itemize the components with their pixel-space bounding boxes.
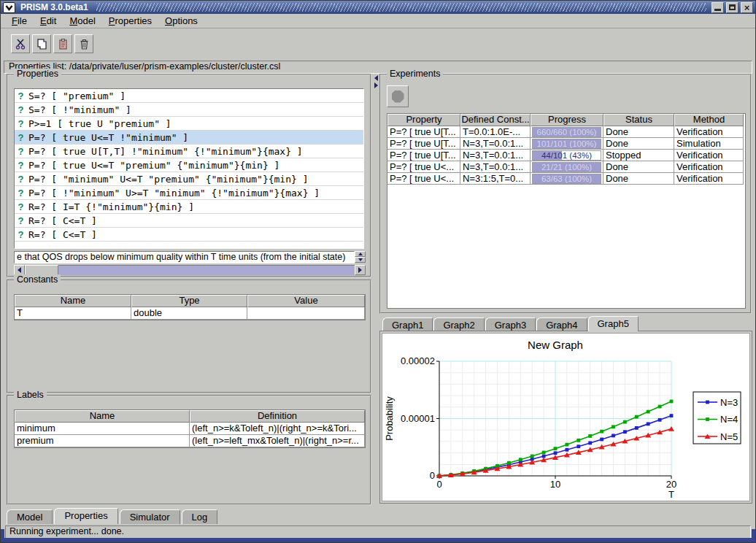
window-title: PRISM 3.0.beta1 — [18, 2, 91, 12]
labels-cell: premium — [15, 435, 190, 447]
menu-file[interactable]: File — [5, 15, 34, 27]
experiment-status-cell: Stopped — [603, 150, 674, 161]
menu-properties[interactable]: Properties — [102, 15, 158, 27]
window-corner-left[interactable] — [1, 529, 4, 542]
property-question-icon: ? — [17, 201, 25, 212]
experiments-group-title: Experiments — [387, 69, 443, 79]
tab-properties[interactable]: Properties — [54, 508, 117, 524]
property-row[interactable]: ?P=? [ !"minimum" U>=T "minimum" {!"mini… — [15, 186, 363, 200]
labels-row[interactable]: minimum(left_n>=k&Toleft_n)|(right_n>=k&… — [15, 423, 365, 435]
stop-experiment-button[interactable] — [387, 85, 409, 107]
properties-list-path: Properties list: /data/private/luser/pri… — [4, 61, 752, 74]
properties-group-title: Properties — [14, 69, 61, 79]
experiments-header-cell[interactable]: Defined Const... — [460, 114, 531, 126]
experiment-constants-cell: N=3,T=0.0:1... — [460, 161, 531, 173]
spinner-up-button[interactable] — [355, 251, 366, 257]
labels-cell: (left_n>=k&Toleft_n)|(right_n>=k&Tori... — [190, 423, 365, 435]
labels-header-cell[interactable]: Name — [15, 410, 190, 423]
progress-label: 63/63 (100%) — [533, 174, 601, 183]
experiment-row[interactable]: P=? [ true U[T...T=0.0:1.0E-...660/660 (… — [387, 126, 745, 138]
property-question-icon: ? — [17, 118, 25, 129]
minimize-icon — [714, 9, 721, 11]
labels-header-cell[interactable]: Definition — [190, 410, 365, 423]
experiment-row[interactable]: P=? [ true U[T...N=3,T=0.0:1...101/101 (… — [387, 138, 745, 150]
experiment-method-cell: Verification — [674, 150, 744, 161]
marker-N=4 — [588, 434, 592, 438]
tab-graph2[interactable]: Graph2 — [433, 317, 484, 331]
property-formula: R=? [ I=T {!"minimum"}{min} ] — [28, 201, 194, 212]
experiment-row[interactable]: P=? [ true U[T...N=3,T=0.0:1...44/101 (4… — [387, 150, 745, 161]
trash-icon — [78, 38, 90, 50]
experiments-header-cell[interactable]: Property — [387, 114, 460, 126]
experiments-header-cell[interactable]: Status — [603, 114, 674, 126]
close-button[interactable]: × — [741, 2, 753, 13]
property-row[interactable]: ?P=? [ true U<=T "premium" {"minimum"}{m… — [15, 158, 363, 172]
tab-graph3[interactable]: Graph3 — [485, 317, 536, 331]
constants-header-cell[interactable]: Value — [247, 295, 365, 307]
labels-header-row: NameDefinition — [15, 410, 365, 423]
constants-header-cell[interactable]: Name — [15, 295, 131, 307]
constants-header-cell[interactable]: Type — [131, 295, 247, 307]
tab-graph5[interactable]: Graph5 — [588, 316, 639, 331]
splitter-collapse-right-icon[interactable] — [374, 82, 378, 88]
scroll-left-button[interactable] — [14, 265, 25, 275]
comment-spinner[interactable] — [355, 251, 366, 263]
menu-model[interactable]: Model — [63, 15, 101, 27]
hscrollbar-thumb[interactable] — [25, 265, 58, 275]
tab-simulator[interactable]: Simulator — [120, 509, 180, 524]
tab-model[interactable]: Model — [7, 509, 53, 524]
menu-options[interactable]: Options — [158, 15, 204, 27]
minimize-button[interactable] — [711, 2, 724, 13]
property-row[interactable]: ?S=? [ "premium" ] — [15, 89, 363, 103]
property-row[interactable]: ?P=? [ true U[T,T] !"minimum" {!"minimum… — [15, 145, 363, 158]
maximize-icon — [729, 4, 736, 10]
experiment-row[interactable]: P=? [ true U<...N=3,T=0.0:1...21/21 (100… — [387, 161, 745, 173]
property-question-icon: ? — [17, 104, 25, 115]
marker-N=4 — [554, 447, 558, 450]
scroll-right-button[interactable] — [355, 265, 366, 275]
y-tick-label: 0.00001 — [401, 413, 435, 424]
menu-edit[interactable]: Edit — [34, 15, 63, 27]
property-row[interactable]: ?R=? [ I=T {!"minimum"}{min} ] — [15, 200, 363, 214]
window-menu-icon[interactable] — [3, 2, 15, 13]
spinner-down-button[interactable] — [355, 257, 366, 263]
window-corner-right[interactable] — [752, 529, 755, 542]
hscrollbar-track[interactable] — [58, 265, 355, 275]
progress-label: 21/21 (100%) — [533, 163, 601, 172]
delete-button[interactable] — [74, 34, 93, 53]
experiment-property-cell: P=? [ true U<... — [387, 161, 460, 173]
split-divider[interactable] — [373, 74, 379, 505]
marker-N=3 — [647, 422, 650, 425]
copy-button[interactable] — [32, 34, 51, 53]
legend-label: N=4 — [720, 414, 738, 425]
tab-graph1[interactable]: Graph1 — [382, 317, 433, 331]
constants-row[interactable]: Tdouble — [15, 307, 365, 320]
chart-title: New Graph — [528, 339, 583, 351]
constants-cell — [247, 307, 365, 320]
property-row[interactable]: ?P>=1 [ true U "premium" ] — [15, 117, 363, 131]
experiment-progress-cell: 63/63 (100%) — [531, 173, 603, 185]
marker-N=3 — [623, 430, 627, 434]
maximize-button[interactable] — [726, 2, 738, 13]
experiment-constants-cell: T=0.0:1.0E-... — [460, 126, 531, 138]
labels-row[interactable]: premium(left_n>=left_mx&Toleft_n)|(right… — [15, 435, 365, 447]
splitter-collapse-left-icon[interactable] — [374, 75, 378, 81]
property-row[interactable]: ?P=? [ true U<=T !"minimum" ] — [15, 131, 363, 145]
paste-button[interactable] — [53, 34, 72, 53]
property-row[interactable]: ?P=? [ "minimum" U<=T "premium" {"minimu… — [15, 172, 363, 186]
property-row[interactable]: ?R=? [ C<=T ] — [15, 228, 363, 242]
cut-button[interactable] — [11, 34, 30, 53]
experiments-header-cell[interactable]: Method — [674, 114, 744, 126]
experiment-row[interactable]: P=? [ true U<...N=3:1:5,T=0...63/63 (100… — [387, 173, 745, 185]
tab-log[interactable]: Log — [182, 509, 218, 524]
legend-label: N=5 — [720, 431, 738, 442]
property-question-icon: ? — [17, 160, 25, 171]
property-comment-field[interactable]: e that QOS drops below minimum quality w… — [14, 251, 355, 263]
properties-hscrollbar[interactable] — [14, 265, 366, 275]
property-row[interactable]: ?R=? [ C<=T ] — [15, 214, 363, 228]
tab-graph4[interactable]: Graph4 — [536, 317, 587, 331]
property-formula: P=? [ !"minimum" U>=T "minimum" {!"minim… — [28, 188, 320, 199]
experiment-constants-cell: N=3,T=0.0:1... — [460, 138, 531, 150]
experiments-header-cell[interactable]: Progress — [531, 114, 603, 126]
property-row[interactable]: ?S=? [ !"minimum" ] — [15, 103, 363, 117]
